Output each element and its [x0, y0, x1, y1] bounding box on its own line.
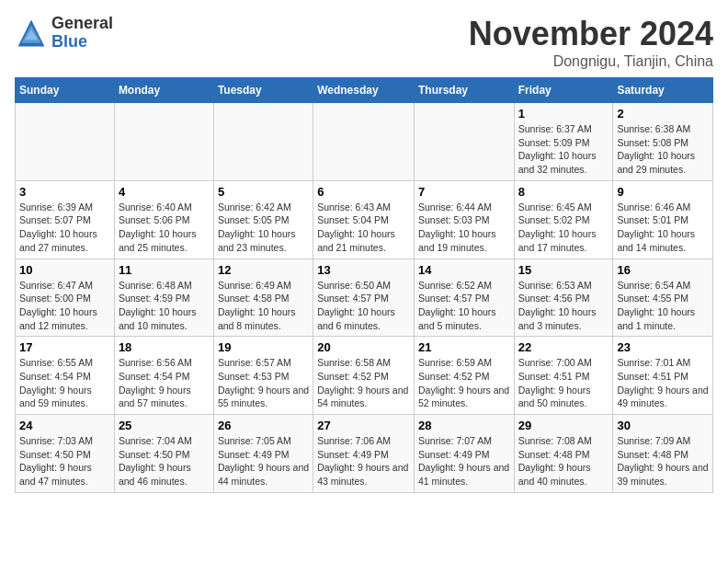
col-tuesday: Tuesday [213, 78, 313, 103]
day-info: Sunrise: 7:07 AM Sunset: 4:49 PM Dayligh… [418, 434, 510, 488]
day-number: 17 [19, 340, 110, 354]
day-number: 7 [418, 185, 510, 199]
calendar-cell: 27Sunrise: 7:06 AM Sunset: 4:49 PM Dayli… [313, 415, 415, 493]
day-info: Sunrise: 7:01 AM Sunset: 4:51 PM Dayligh… [617, 356, 709, 410]
day-number: 8 [518, 185, 609, 199]
day-info: Sunrise: 7:05 AM Sunset: 4:49 PM Dayligh… [218, 434, 309, 488]
day-number: 28 [418, 419, 510, 432]
day-number: 20 [317, 340, 410, 354]
location: Dongnigu, Tianjin, China [469, 53, 713, 70]
day-number: 26 [218, 419, 309, 432]
calendar-cell: 20Sunrise: 6:58 AM Sunset: 4:52 PM Dayli… [313, 337, 415, 415]
calendar-week-1: 1Sunrise: 6:37 AM Sunset: 5:09 PM Daylig… [16, 103, 713, 181]
logo-icon [15, 17, 48, 50]
col-monday: Monday [114, 78, 213, 103]
day-number: 2 [617, 107, 709, 121]
calendar-cell [114, 103, 213, 181]
day-number: 24 [19, 419, 110, 432]
day-info: Sunrise: 6:54 AM Sunset: 4:55 PM Dayligh… [617, 279, 709, 333]
day-info: Sunrise: 6:52 AM Sunset: 4:57 PM Dayligh… [418, 279, 510, 333]
day-info: Sunrise: 6:43 AM Sunset: 5:04 PM Dayligh… [317, 201, 410, 255]
calendar-cell: 30Sunrise: 7:09 AM Sunset: 4:48 PM Dayli… [613, 415, 713, 493]
day-number: 23 [617, 340, 709, 354]
day-number: 19 [218, 340, 309, 354]
day-info: Sunrise: 7:08 AM Sunset: 4:48 PM Dayligh… [518, 434, 609, 488]
calendar-cell: 10Sunrise: 6:47 AM Sunset: 5:00 PM Dayli… [16, 259, 115, 337]
day-number: 5 [218, 185, 309, 199]
day-number: 9 [617, 185, 709, 199]
day-info: Sunrise: 6:59 AM Sunset: 4:52 PM Dayligh… [418, 356, 510, 410]
day-info: Sunrise: 7:09 AM Sunset: 4:48 PM Dayligh… [617, 434, 709, 488]
calendar-week-4: 17Sunrise: 6:55 AM Sunset: 4:54 PM Dayli… [16, 337, 713, 415]
calendar-cell: 29Sunrise: 7:08 AM Sunset: 4:48 PM Dayli… [514, 415, 613, 493]
calendar-cell: 16Sunrise: 6:54 AM Sunset: 4:55 PM Dayli… [613, 259, 713, 337]
calendar-cell [213, 103, 313, 181]
calendar-cell [414, 103, 514, 181]
logo: General Blue [15, 15, 113, 52]
day-number: 4 [119, 185, 210, 199]
day-info: Sunrise: 6:40 AM Sunset: 5:06 PM Dayligh… [119, 201, 210, 255]
calendar-cell [313, 103, 415, 181]
day-info: Sunrise: 7:03 AM Sunset: 4:50 PM Dayligh… [19, 434, 110, 488]
day-number: 12 [218, 263, 309, 277]
calendar-cell: 3Sunrise: 6:39 AM Sunset: 5:07 PM Daylig… [16, 180, 115, 259]
day-info: Sunrise: 6:38 AM Sunset: 5:08 PM Dayligh… [617, 122, 709, 177]
day-number: 30 [617, 419, 709, 432]
calendar-cell: 1Sunrise: 6:37 AM Sunset: 5:09 PM Daylig… [514, 103, 613, 181]
day-number: 10 [19, 263, 110, 277]
calendar-cell: 18Sunrise: 6:56 AM Sunset: 4:54 PM Dayli… [114, 337, 213, 415]
day-number: 3 [19, 185, 110, 199]
calendar-cell: 4Sunrise: 6:40 AM Sunset: 5:06 PM Daylig… [114, 180, 213, 259]
calendar-cell: 14Sunrise: 6:52 AM Sunset: 4:57 PM Dayli… [414, 259, 514, 337]
calendar-header: Sunday Monday Tuesday Wednesday Thursday… [16, 78, 713, 103]
month-title: November 2024 [469, 15, 713, 53]
calendar-week-5: 24Sunrise: 7:03 AM Sunset: 4:50 PM Dayli… [16, 415, 713, 493]
day-info: Sunrise: 6:53 AM Sunset: 4:56 PM Dayligh… [518, 279, 609, 333]
day-info: Sunrise: 6:55 AM Sunset: 4:54 PM Dayligh… [19, 356, 110, 410]
calendar-cell: 21Sunrise: 6:59 AM Sunset: 4:52 PM Dayli… [414, 337, 514, 415]
day-number: 18 [119, 340, 210, 354]
calendar-cell: 13Sunrise: 6:50 AM Sunset: 4:57 PM Dayli… [313, 259, 415, 337]
day-info: Sunrise: 6:45 AM Sunset: 5:02 PM Dayligh… [518, 201, 609, 255]
col-saturday: Saturday [613, 78, 713, 103]
day-number: 14 [418, 263, 510, 277]
calendar-body: 1Sunrise: 6:37 AM Sunset: 5:09 PM Daylig… [16, 103, 713, 493]
day-number: 15 [518, 263, 609, 277]
col-friday: Friday [514, 78, 613, 103]
calendar-cell: 23Sunrise: 7:01 AM Sunset: 4:51 PM Dayli… [613, 337, 713, 415]
day-number: 25 [119, 419, 210, 432]
calendar-cell: 2Sunrise: 6:38 AM Sunset: 5:08 PM Daylig… [613, 103, 713, 181]
header-row: Sunday Monday Tuesday Wednesday Thursday… [16, 78, 713, 103]
day-number: 21 [418, 340, 510, 354]
calendar-cell: 8Sunrise: 6:45 AM Sunset: 5:02 PM Daylig… [514, 180, 613, 259]
day-number: 22 [518, 340, 609, 354]
calendar-cell: 11Sunrise: 6:48 AM Sunset: 4:59 PM Dayli… [114, 259, 213, 337]
day-number: 16 [617, 263, 709, 277]
calendar-cell: 6Sunrise: 6:43 AM Sunset: 5:04 PM Daylig… [313, 180, 415, 259]
calendar-cell: 25Sunrise: 7:04 AM Sunset: 4:50 PM Dayli… [114, 415, 213, 493]
calendar-cell: 28Sunrise: 7:07 AM Sunset: 4:49 PM Dayli… [414, 415, 514, 493]
calendar-cell: 22Sunrise: 7:00 AM Sunset: 4:51 PM Dayli… [514, 337, 613, 415]
day-info: Sunrise: 6:48 AM Sunset: 4:59 PM Dayligh… [119, 279, 210, 333]
day-number: 6 [317, 185, 410, 199]
calendar-cell: 26Sunrise: 7:05 AM Sunset: 4:49 PM Dayli… [213, 415, 313, 493]
page-header: General Blue November 2024 Dongnigu, Tia… [15, 15, 713, 70]
col-sunday: Sunday [16, 78, 115, 103]
calendar-cell: 12Sunrise: 6:49 AM Sunset: 4:58 PM Dayli… [213, 259, 313, 337]
calendar-cell: 5Sunrise: 6:42 AM Sunset: 5:05 PM Daylig… [213, 180, 313, 259]
day-info: Sunrise: 6:47 AM Sunset: 5:00 PM Dayligh… [19, 279, 110, 333]
calendar-week-3: 10Sunrise: 6:47 AM Sunset: 5:00 PM Dayli… [16, 259, 713, 337]
calendar-week-2: 3Sunrise: 6:39 AM Sunset: 5:07 PM Daylig… [16, 180, 713, 259]
day-info: Sunrise: 6:44 AM Sunset: 5:03 PM Dayligh… [418, 201, 510, 255]
day-number: 29 [518, 419, 609, 432]
logo-text: General Blue [51, 15, 113, 52]
calendar-cell: 15Sunrise: 6:53 AM Sunset: 4:56 PM Dayli… [514, 259, 613, 337]
title-section: November 2024 Dongnigu, Tianjin, China [469, 15, 713, 70]
day-info: Sunrise: 6:50 AM Sunset: 4:57 PM Dayligh… [317, 279, 410, 333]
day-number: 27 [317, 419, 410, 432]
calendar-cell: 19Sunrise: 6:57 AM Sunset: 4:53 PM Dayli… [213, 337, 313, 415]
calendar-cell [16, 103, 115, 181]
col-thursday: Thursday [414, 78, 514, 103]
day-info: Sunrise: 7:04 AM Sunset: 4:50 PM Dayligh… [119, 434, 210, 488]
col-wednesday: Wednesday [313, 78, 415, 103]
